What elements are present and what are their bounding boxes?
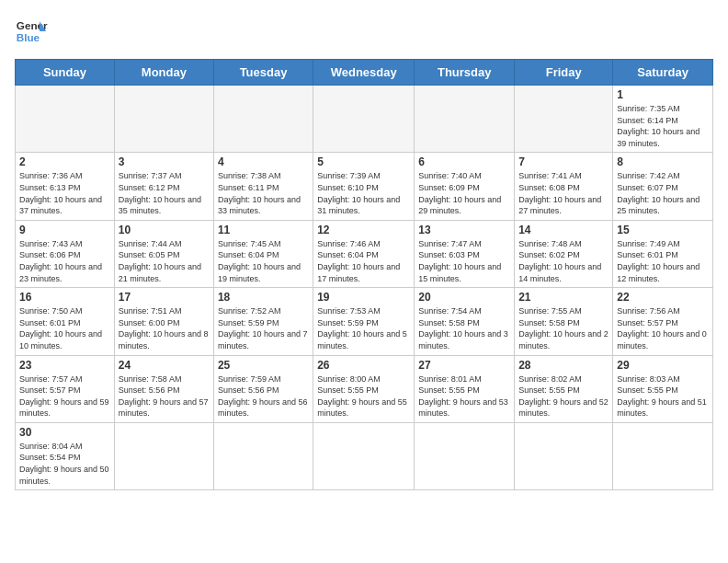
weekday-header-saturday: Saturday	[613, 60, 713, 86]
day-number: 18	[218, 291, 309, 304]
day-number: 3	[119, 155, 210, 168]
day-info: Sunrise: 8:02 AM Sunset: 5:55 PM Dayligh…	[518, 373, 609, 419]
day-number: 11	[218, 224, 309, 236]
day-number: 26	[317, 359, 410, 372]
day-info: Sunrise: 7:40 AM Sunset: 6:09 PM Dayligh…	[418, 170, 510, 216]
day-info: Sunrise: 7:37 AM Sunset: 6:12 PM Dayligh…	[119, 170, 210, 216]
weekday-header-friday: Friday	[515, 60, 613, 86]
calendar-cell	[313, 86, 415, 153]
calendar-cell: 29Sunrise: 8:03 AM Sunset: 5:55 PM Dayli…	[613, 355, 713, 422]
day-info: Sunrise: 7:59 AM Sunset: 5:56 PM Dayligh…	[218, 373, 309, 419]
calendar-cell: 21Sunrise: 7:55 AM Sunset: 5:58 PM Dayli…	[515, 288, 613, 355]
day-number: 23	[19, 359, 110, 372]
day-number: 12	[317, 224, 410, 236]
calendar-cell: 9Sunrise: 7:43 AM Sunset: 6:06 PM Daylig…	[16, 220, 115, 287]
day-number: 15	[617, 224, 709, 236]
day-info: Sunrise: 7:55 AM Sunset: 5:58 PM Dayligh…	[518, 305, 609, 351]
calendar-cell: 7Sunrise: 7:41 AM Sunset: 6:08 PM Daylig…	[515, 153, 613, 220]
day-number: 16	[19, 291, 110, 304]
calendar-cell: 24Sunrise: 7:58 AM Sunset: 5:56 PM Dayli…	[114, 355, 213, 422]
day-info: Sunrise: 7:44 AM Sunset: 6:05 PM Dayligh…	[119, 238, 210, 284]
day-number: 13	[418, 224, 510, 236]
day-info: Sunrise: 8:01 AM Sunset: 5:55 PM Dayligh…	[418, 373, 510, 419]
calendar-cell: 30Sunrise: 8:04 AM Sunset: 5:54 PM Dayli…	[16, 422, 115, 489]
day-info: Sunrise: 7:36 AM Sunset: 6:13 PM Dayligh…	[19, 170, 110, 216]
weekday-header-tuesday: Tuesday	[213, 60, 313, 86]
day-number: 7	[518, 155, 609, 168]
day-info: Sunrise: 7:45 AM Sunset: 6:04 PM Dayligh…	[218, 238, 309, 284]
day-number: 2	[19, 155, 110, 168]
calendar-cell: 4Sunrise: 7:38 AM Sunset: 6:11 PM Daylig…	[213, 153, 313, 220]
calendar-cell	[313, 422, 415, 489]
day-info: Sunrise: 7:58 AM Sunset: 5:56 PM Dayligh…	[119, 373, 210, 419]
calendar-cell: 1Sunrise: 7:35 AM Sunset: 6:14 PM Daylig…	[613, 86, 713, 153]
day-info: Sunrise: 7:52 AM Sunset: 5:59 PM Dayligh…	[218, 305, 309, 351]
day-number: 28	[518, 359, 609, 372]
calendar-cell	[515, 86, 613, 153]
calendar-cell: 13Sunrise: 7:47 AM Sunset: 6:03 PM Dayli…	[415, 220, 515, 287]
day-number: 19	[317, 291, 410, 304]
day-number: 27	[418, 359, 510, 372]
day-number: 22	[617, 291, 709, 304]
day-info: Sunrise: 8:04 AM Sunset: 5:54 PM Dayligh…	[19, 441, 110, 487]
svg-text:Blue: Blue	[17, 31, 40, 43]
calendar-cell	[114, 422, 213, 489]
calendar-cell	[415, 422, 515, 489]
day-info: Sunrise: 7:39 AM Sunset: 6:10 PM Dayligh…	[317, 170, 410, 216]
day-info: Sunrise: 7:46 AM Sunset: 6:04 PM Dayligh…	[317, 238, 410, 284]
logo: General Blue	[15, 15, 51, 48]
day-info: Sunrise: 7:49 AM Sunset: 6:01 PM Dayligh…	[617, 238, 709, 284]
day-number: 9	[19, 224, 110, 236]
day-number: 14	[518, 224, 609, 236]
day-info: Sunrise: 8:03 AM Sunset: 5:55 PM Dayligh…	[617, 373, 709, 419]
day-info: Sunrise: 7:51 AM Sunset: 6:00 PM Dayligh…	[119, 305, 210, 351]
calendar-cell	[415, 86, 515, 153]
day-info: Sunrise: 7:47 AM Sunset: 6:03 PM Dayligh…	[418, 238, 510, 284]
calendar-cell: 28Sunrise: 8:02 AM Sunset: 5:55 PM Dayli…	[515, 355, 613, 422]
day-info: Sunrise: 7:41 AM Sunset: 6:08 PM Dayligh…	[518, 170, 609, 216]
day-number: 6	[418, 155, 510, 168]
calendar-header-row: SundayMondayTuesdayWednesdayThursdayFrid…	[16, 60, 713, 86]
day-number: 8	[617, 155, 709, 168]
calendar-cell	[16, 86, 115, 153]
day-number: 17	[119, 291, 210, 304]
calendar-cell: 6Sunrise: 7:40 AM Sunset: 6:09 PM Daylig…	[415, 153, 515, 220]
page-header: General Blue	[15, 15, 713, 48]
day-info: Sunrise: 7:38 AM Sunset: 6:11 PM Dayligh…	[218, 170, 309, 216]
calendar-cell: 14Sunrise: 7:48 AM Sunset: 6:02 PM Dayli…	[515, 220, 613, 287]
day-info: Sunrise: 7:35 AM Sunset: 6:14 PM Dayligh…	[617, 103, 709, 149]
day-info: Sunrise: 7:48 AM Sunset: 6:02 PM Dayligh…	[518, 238, 609, 284]
calendar-cell: 3Sunrise: 7:37 AM Sunset: 6:12 PM Daylig…	[114, 153, 213, 220]
day-number: 10	[119, 224, 210, 236]
calendar-cell: 5Sunrise: 7:39 AM Sunset: 6:10 PM Daylig…	[313, 153, 415, 220]
calendar-cell: 18Sunrise: 7:52 AM Sunset: 5:59 PM Dayli…	[213, 288, 313, 355]
day-info: Sunrise: 8:00 AM Sunset: 5:55 PM Dayligh…	[317, 373, 410, 419]
calendar-cell: 10Sunrise: 7:44 AM Sunset: 6:05 PM Dayli…	[114, 220, 213, 287]
calendar-cell: 15Sunrise: 7:49 AM Sunset: 6:01 PM Dayli…	[613, 220, 713, 287]
calendar-cell: 20Sunrise: 7:54 AM Sunset: 5:58 PM Dayli…	[415, 288, 515, 355]
calendar-cell: 27Sunrise: 8:01 AM Sunset: 5:55 PM Dayli…	[415, 355, 515, 422]
calendar-cell: 17Sunrise: 7:51 AM Sunset: 6:00 PM Dayli…	[114, 288, 213, 355]
day-info: Sunrise: 7:57 AM Sunset: 5:57 PM Dayligh…	[19, 373, 110, 419]
calendar-cell	[213, 422, 313, 489]
calendar-cell: 19Sunrise: 7:53 AM Sunset: 5:59 PM Dayli…	[313, 288, 415, 355]
day-info: Sunrise: 7:53 AM Sunset: 5:59 PM Dayligh…	[317, 305, 410, 351]
calendar-cell: 26Sunrise: 8:00 AM Sunset: 5:55 PM Dayli…	[313, 355, 415, 422]
weekday-header-wednesday: Wednesday	[313, 60, 415, 86]
calendar-cell	[515, 422, 613, 489]
day-number: 4	[218, 155, 309, 168]
logo-icon: General Blue	[15, 15, 48, 48]
day-info: Sunrise: 7:54 AM Sunset: 5:58 PM Dayligh…	[418, 305, 510, 351]
calendar-cell	[613, 422, 713, 489]
calendar-cell: 25Sunrise: 7:59 AM Sunset: 5:56 PM Dayli…	[213, 355, 313, 422]
day-number: 25	[218, 359, 309, 372]
calendar-table: SundayMondayTuesdayWednesdayThursdayFrid…	[15, 59, 713, 490]
calendar-cell: 8Sunrise: 7:42 AM Sunset: 6:07 PM Daylig…	[613, 153, 713, 220]
day-info: Sunrise: 7:43 AM Sunset: 6:06 PM Dayligh…	[19, 238, 110, 284]
calendar-cell: 2Sunrise: 7:36 AM Sunset: 6:13 PM Daylig…	[16, 153, 115, 220]
weekday-header-monday: Monday	[114, 60, 213, 86]
day-info: Sunrise: 7:56 AM Sunset: 5:57 PM Dayligh…	[617, 305, 709, 351]
day-number: 5	[317, 155, 410, 168]
calendar-cell	[213, 86, 313, 153]
day-number: 29	[617, 359, 709, 372]
